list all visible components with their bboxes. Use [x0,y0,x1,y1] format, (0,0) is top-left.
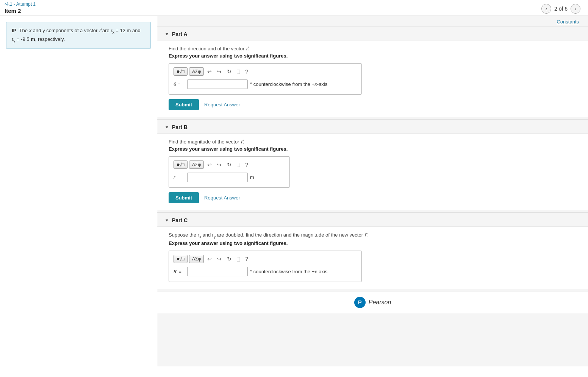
part-c-collapse-icon[interactable]: ▼ [165,218,169,223]
part-b-body: Find the magnitude of the vector r⃗. Exp… [157,134,588,210]
attempt-label: ‹4.1 - Attempt 1 [5,2,583,7]
undo-btn-c[interactable]: ↩ [205,255,214,263]
constants-link[interactable]: Constants [557,19,579,25]
part-a-section: ▼ Part A Find the direction and of the v… [157,26,588,117]
part-a-body: Find the direction and of the vector r⃗.… [157,41,588,117]
reset-btn-a[interactable]: ↻ [225,67,233,76]
part-c-input-row: θ' = ° counterclockwise from the +x-axis [174,267,357,276]
fraction-sqrt-btn-a[interactable]: ■√□ [174,67,188,76]
constants-area: Constants [157,16,588,26]
pearson-logo-letter: P [358,299,362,305]
reset-btn-c[interactable]: ↻ [225,255,233,263]
part-c-input[interactable] [187,267,248,276]
part-c-unit: ° counterclockwise from the +x-axis [250,269,327,274]
part-c-answer-box: ■√□ ΑΣφ ↩ ↪ ↻ ⎕ ? θ' = ° counterclockwis… [169,251,362,282]
part-b-answer-box: ■√□ ΑΣφ ↩ ↪ ↻ ⎕ ? r = m [169,156,290,188]
main-layout: IP The x and y components of a vector r⃗… [0,16,588,366]
part-a-request-answer[interactable]: Request Answer [204,102,240,107]
part-b-actions: Submit Request Answer [169,192,577,203]
part-a-instruction: Find the direction and of the vector r⃗. [169,46,577,51]
part-b-request-answer[interactable]: Request Answer [204,195,240,201]
fraction-sqrt-btn-c[interactable]: ■√□ [174,255,188,263]
help-btn-b[interactable]: ? [243,160,250,169]
keyboard-btn-b[interactable]: ⎕ [235,160,242,169]
part-c-instruction: Suppose the rx and ry are doubled, find … [169,232,577,239]
pearson-brand: Pearson [369,299,391,306]
alpha-sigma-btn-a[interactable]: ΑΣφ [189,67,204,76]
part-b-instruction: Find the magnitude of the vector r⃗. [169,139,577,145]
part-a-unit: ° counterclockwise from the +x-axis [250,81,327,87]
part-a-title: Part A [172,31,188,37]
part-a-header: ▼ Part A [157,26,588,41]
part-b-submit[interactable]: Submit [169,192,199,203]
part-c-toolbar: ■√□ ΑΣφ ↩ ↪ ↻ ⎕ ? [174,255,357,263]
part-c-title: Part C [172,217,188,223]
problem-box: IP The x and y components of a vector r⃗… [6,22,151,49]
keyboard-btn-c[interactable]: ⎕ [235,255,242,263]
next-button[interactable]: › [571,4,580,14]
alpha-sigma-btn-c[interactable]: ΑΣφ [189,255,204,263]
part-b-toolbar: ■√□ ΑΣφ ↩ ↪ ↻ ⎕ ? [174,160,285,169]
item-title: Item 2 [5,8,583,14]
alpha-sigma-btn-b[interactable]: ΑΣφ [189,160,204,169]
nav-area: ‹ 2 of 6 › [541,4,580,14]
part-a-submit[interactable]: Submit [169,99,199,110]
part-a-actions: Submit Request Answer [169,99,577,110]
reset-btn-b[interactable]: ↻ [225,160,233,169]
part-a-input-row: θ = ° counterclockwise from the +x-axis [174,79,357,89]
part-a-eq-label: θ = [174,81,185,87]
part-b-unit: m [250,174,254,180]
part-c-sigfig: Express your answer using two significan… [169,240,577,246]
part-c-section: ▼ Part C Suppose the rx and ry are doubl… [157,212,588,289]
part-a-collapse-icon[interactable]: ▼ [165,32,169,36]
redo-btn-b[interactable]: ↪ [215,160,224,169]
vector-symbol: r⃗ [99,28,101,33]
part-a-input[interactable] [187,79,248,89]
part-b-header: ▼ Part B [157,120,588,134]
part-c-body: Suppose the rx and ry are doubled, find … [157,227,588,289]
part-b-collapse-icon[interactable]: ▼ [165,125,169,129]
part-b-title: Part B [172,124,188,130]
x-comp-text: x [29,28,32,33]
fraction-sqrt-btn-b[interactable]: ■√□ [174,160,188,169]
part-b-sigfig: Express your answer using two significan… [169,146,577,152]
undo-btn-a[interactable]: ↩ [205,67,214,76]
prev-button[interactable]: ‹ [541,4,551,14]
help-btn-c[interactable]: ? [243,255,250,263]
left-panel: IP The x and y components of a vector r⃗… [0,16,157,366]
part-b-input-row: r = m [174,173,285,182]
redo-btn-a[interactable]: ↪ [215,67,224,76]
right-panel[interactable]: Constants ▼ Part A Find the direction an… [157,16,588,366]
pearson-logo-icon: P [354,297,366,308]
part-a-sigfig: Express your answer using two significan… [169,53,577,59]
keyboard-btn-a[interactable]: ⎕ [235,67,242,76]
part-c-header: ▼ Part C [157,213,588,227]
part-a-answer-box: ■√□ ΑΣφ ↩ ↪ ↻ ⎕ ? θ = ° counterclockwise… [169,63,362,95]
part-b-eq-label: r = [174,174,185,180]
ip-label: IP [12,28,16,33]
nav-count: 2 of 6 [554,6,568,12]
part-a-toolbar: ■√□ ΑΣφ ↩ ↪ ↻ ⎕ ? [174,67,357,76]
part-c-eq-label: θ' = [174,269,185,274]
undo-btn-b[interactable]: ↩ [205,160,214,169]
redo-btn-c[interactable]: ↪ [215,255,224,263]
y-comp-text: y [42,28,45,33]
pearson-footer: P Pearson [157,291,588,313]
part-b-input[interactable] [187,173,248,182]
part-b-section: ▼ Part B Find the magnitude of the vecto… [157,119,588,210]
help-btn-a[interactable]: ? [243,67,250,76]
